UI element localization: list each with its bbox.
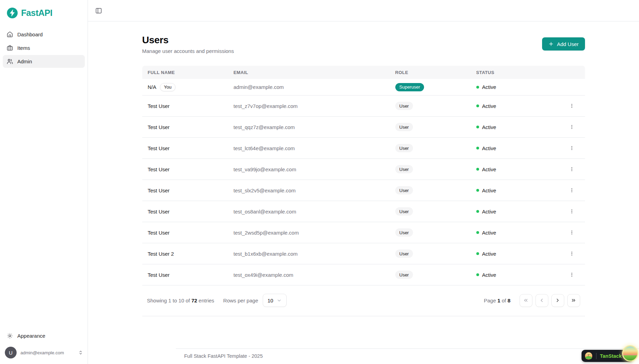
status-dot	[476, 252, 479, 255]
user-role-cell: User	[390, 123, 471, 131]
more-vertical-icon	[569, 188, 575, 193]
status-dot	[476, 189, 479, 192]
table-row: Test User test_lct64e@example.com User A…	[142, 138, 585, 159]
add-user-button[interactable]: Add User	[542, 37, 585, 51]
pagination-bar: Showing 1 to 10 of 72 entries Rows per p…	[142, 285, 585, 316]
previous-page-button[interactable]	[536, 294, 548, 307]
user-status-cell: Active	[471, 166, 561, 172]
user-role-cell: User	[390, 271, 471, 279]
column-header-status: STATUS	[471, 70, 561, 75]
status-text: Active	[482, 103, 496, 109]
user-full-name-cell: N/A You	[142, 83, 228, 91]
user-email: admin@example.com	[20, 350, 74, 355]
main-area: Users Manage user accounts and permissio…	[88, 0, 639, 364]
plus-icon	[548, 41, 554, 47]
user-status-cell: Active	[471, 84, 561, 90]
role-badge: User	[395, 102, 413, 110]
more-vertical-icon	[569, 209, 575, 214]
sun-icon	[7, 333, 13, 339]
more-vertical-icon	[569, 103, 575, 109]
rows-per-page-value: 10	[268, 298, 273, 303]
fastapi-logo-icon	[7, 8, 18, 18]
appearance-label: Appearance	[17, 333, 45, 339]
user-full-name: Test User	[142, 103, 228, 109]
status-text: Active	[482, 145, 496, 151]
table-row: Test User test_slx2v5@example.com User A…	[142, 180, 585, 201]
status-dot	[476, 273, 479, 276]
user-role-cell: Superuser	[390, 83, 471, 91]
row-actions-button[interactable]	[566, 121, 577, 133]
fastapi-logo[interactable]: FastAPI	[0, 0, 88, 28]
status-dot	[476, 104, 479, 107]
more-vertical-icon	[569, 251, 575, 256]
briefcase-icon	[7, 45, 13, 51]
row-actions-button[interactable]	[566, 206, 577, 217]
column-header-full-name: FULL NAME	[142, 70, 228, 75]
user-full-name: Test User 2	[142, 251, 228, 257]
sidebar-toggle-button[interactable]	[93, 5, 105, 17]
user-email-cell: test_lct64e@example.com	[228, 145, 390, 151]
user-full-name: Test User	[142, 145, 228, 151]
row-actions-button[interactable]	[566, 164, 577, 175]
status-dot	[476, 168, 479, 171]
user-email-cell: test_z7v7op@example.com	[228, 103, 390, 109]
table-row: Test User test_qqz7z@example.com User Ac…	[142, 117, 585, 138]
next-page-button[interactable]	[551, 294, 564, 307]
table-header: FULL NAME EMAIL ROLE STATUS	[142, 66, 585, 79]
sidebar-nav: Dashboard Items Admin	[0, 28, 88, 68]
user-status-cell: Active	[471, 145, 561, 151]
sidebar-item-dashboard[interactable]: Dashboard	[3, 28, 85, 41]
more-vertical-icon	[569, 230, 575, 235]
sidebar-item-items[interactable]: Items	[3, 42, 85, 54]
row-actions-button[interactable]	[566, 248, 577, 259]
more-vertical-icon	[569, 145, 575, 151]
user-role-cell: User	[390, 165, 471, 173]
user-status-cell: Active	[471, 209, 561, 215]
user-full-name: Test User	[142, 166, 228, 172]
role-badge: User	[395, 207, 413, 216]
rows-per-page-select[interactable]: 10	[263, 294, 287, 307]
chevron-down-icon	[277, 298, 282, 303]
tanstack-island-icon	[585, 352, 593, 360]
appearance-button[interactable]: Appearance	[3, 329, 85, 342]
sidebar-item-admin[interactable]: Admin	[3, 55, 85, 68]
user-email-cell: test_slx2v5@example.com	[228, 188, 390, 193]
chevrons-up-down-icon	[78, 350, 83, 355]
user-role-cell: User	[390, 102, 471, 110]
column-header-email: EMAIL	[228, 70, 390, 75]
sidebar-item-label: Items	[17, 45, 30, 51]
user-role-cell: User	[390, 228, 471, 237]
panel-left-icon	[95, 7, 102, 14]
row-actions-button[interactable]	[566, 227, 577, 238]
first-page-button[interactable]	[520, 294, 532, 307]
user-menu[interactable]: U admin@example.com	[0, 342, 88, 364]
add-user-label: Add User	[557, 41, 579, 47]
user-email-cell: test_va99jo@example.com	[228, 166, 390, 172]
sidebar: FastAPI Dashboard Items Adm	[0, 0, 88, 364]
row-actions-button[interactable]	[566, 269, 577, 280]
page-title: Users	[142, 35, 234, 46]
chevron-right-icon	[555, 298, 560, 303]
row-actions-button[interactable]	[566, 185, 577, 196]
avatar: U	[5, 347, 17, 358]
showing-entries-text: Showing 1 to 10 of 72 entries	[147, 298, 214, 303]
last-page-button[interactable]	[567, 294, 580, 307]
user-email-cell: test_b1x6xb@example.com	[228, 251, 390, 257]
row-actions-button[interactable]	[566, 100, 577, 111]
row-actions-button[interactable]	[566, 143, 577, 154]
user-status-cell: Active	[471, 103, 561, 109]
user-status-cell: Active	[471, 272, 561, 278]
user-full-name: Test User	[142, 272, 228, 278]
status-dot	[476, 231, 479, 234]
status-text: Active	[482, 188, 496, 193]
more-vertical-icon	[569, 272, 575, 277]
role-badge: User	[395, 228, 413, 237]
status-text: Active	[482, 166, 496, 172]
tanstack-devtools-toggle[interactable]	[622, 345, 638, 362]
user-role-cell: User	[390, 186, 471, 194]
user-full-name: Test User	[142, 124, 228, 130]
user-email-cell: test_os8anl@example.com	[228, 209, 390, 215]
role-badge: User	[395, 123, 413, 131]
role-badge: User	[395, 144, 413, 152]
table-row: N/A You admin@example.com Superuser Acti…	[142, 79, 585, 95]
